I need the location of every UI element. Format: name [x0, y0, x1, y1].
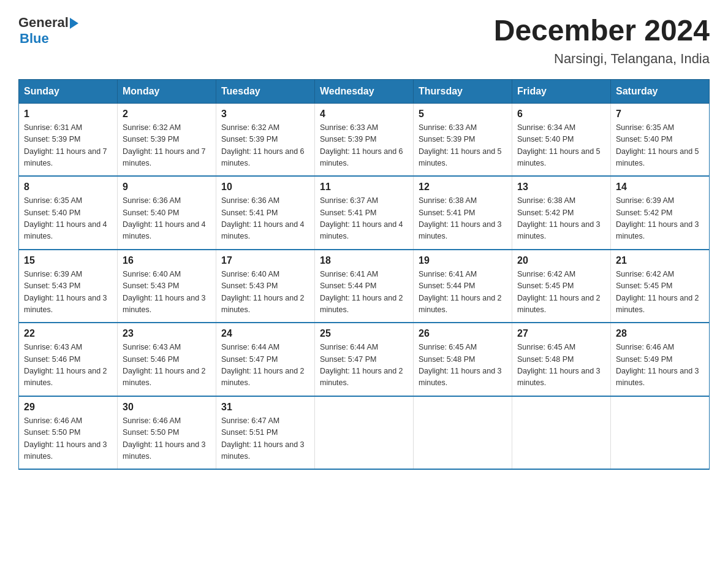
day-header-monday: Monday: [118, 79, 216, 103]
day-number: 3: [221, 109, 309, 120]
calendar-header-row: SundayMondayTuesdayWednesdayThursdayFrid…: [19, 79, 710, 103]
calendar-cell: 3Sunrise: 6:32 AMSunset: 5:39 PMDaylight…: [216, 103, 315, 176]
day-info: Sunrise: 6:31 AMSunset: 5:39 PMDaylight:…: [24, 122, 112, 170]
logo-line-blue: Blue: [20, 31, 49, 47]
day-number: 4: [320, 109, 408, 120]
day-info: Sunrise: 6:45 AMSunset: 5:48 PMDaylight:…: [419, 342, 507, 389]
day-header-sunday: Sunday: [19, 79, 118, 103]
logo-general-text: General: [18, 15, 69, 31]
page-header: General Blue December 2024 Narsingi, Tel…: [18, 15, 710, 67]
calendar-week-row: 29Sunrise: 6:46 AMSunset: 5:50 PMDayligh…: [19, 396, 710, 470]
calendar-cell: 27Sunrise: 6:45 AMSunset: 5:48 PMDayligh…: [512, 323, 611, 396]
day-info: Sunrise: 6:36 AMSunset: 5:41 PMDaylight:…: [221, 195, 309, 243]
day-info: Sunrise: 6:39 AMSunset: 5:42 PMDaylight:…: [616, 195, 704, 243]
day-info: Sunrise: 6:39 AMSunset: 5:43 PMDaylight:…: [24, 269, 112, 316]
calendar-cell: 18Sunrise: 6:41 AMSunset: 5:44 PMDayligh…: [315, 250, 414, 323]
day-number: 16: [123, 255, 211, 266]
day-header-wednesday: Wednesday: [315, 79, 414, 103]
day-number: 11: [320, 182, 408, 193]
calendar-cell: 10Sunrise: 6:36 AMSunset: 5:41 PMDayligh…: [216, 176, 315, 250]
day-info: Sunrise: 6:43 AMSunset: 5:46 PMDaylight:…: [123, 342, 211, 389]
day-number: 26: [419, 328, 507, 339]
day-info: Sunrise: 6:33 AMSunset: 5:39 PMDaylight:…: [320, 122, 408, 170]
calendar-cell: 14Sunrise: 6:39 AMSunset: 5:42 PMDayligh…: [611, 176, 710, 250]
day-info: Sunrise: 6:41 AMSunset: 5:44 PMDaylight:…: [419, 269, 507, 316]
calendar-cell: 22Sunrise: 6:43 AMSunset: 5:46 PMDayligh…: [19, 323, 118, 396]
day-number: 18: [320, 255, 408, 266]
calendar-cell: 23Sunrise: 6:43 AMSunset: 5:46 PMDayligh…: [118, 323, 216, 396]
day-number: 9: [123, 182, 211, 193]
calendar-cell: 26Sunrise: 6:45 AMSunset: 5:48 PMDayligh…: [414, 323, 512, 396]
calendar-cell: 5Sunrise: 6:33 AMSunset: 5:39 PMDaylight…: [414, 103, 512, 176]
calendar-cell: 20Sunrise: 6:42 AMSunset: 5:45 PMDayligh…: [512, 250, 611, 323]
calendar-table: SundayMondayTuesdayWednesdayThursdayFrid…: [18, 79, 710, 470]
day-info: Sunrise: 6:40 AMSunset: 5:43 PMDaylight:…: [221, 269, 309, 316]
day-number: 19: [419, 255, 507, 266]
calendar-cell: 28Sunrise: 6:46 AMSunset: 5:49 PMDayligh…: [611, 323, 710, 396]
day-info: Sunrise: 6:36 AMSunset: 5:40 PMDaylight:…: [123, 195, 211, 243]
logo-line-general: General: [18, 15, 78, 31]
day-info: Sunrise: 6:46 AMSunset: 5:50 PMDaylight:…: [123, 415, 211, 463]
calendar-cell: [611, 396, 710, 470]
day-number: 21: [616, 255, 704, 266]
day-info: Sunrise: 6:35 AMSunset: 5:40 PMDaylight:…: [616, 122, 704, 170]
day-number: 30: [123, 402, 211, 413]
calendar-cell: 25Sunrise: 6:44 AMSunset: 5:47 PMDayligh…: [315, 323, 414, 396]
day-number: 14: [616, 182, 704, 193]
calendar-cell: 29Sunrise: 6:46 AMSunset: 5:50 PMDayligh…: [19, 396, 118, 470]
day-info: Sunrise: 6:46 AMSunset: 5:50 PMDaylight:…: [24, 415, 112, 463]
calendar-week-row: 8Sunrise: 6:35 AMSunset: 5:40 PMDaylight…: [19, 176, 710, 250]
title-block: December 2024 Narsingi, Telangana, India: [494, 15, 710, 67]
day-info: Sunrise: 6:32 AMSunset: 5:39 PMDaylight:…: [221, 122, 309, 170]
calendar-cell: 1Sunrise: 6:31 AMSunset: 5:39 PMDaylight…: [19, 103, 118, 176]
day-number: 27: [517, 328, 605, 339]
calendar-cell: 2Sunrise: 6:32 AMSunset: 5:39 PMDaylight…: [118, 103, 216, 176]
day-number: 20: [517, 255, 605, 266]
calendar-cell: 31Sunrise: 6:47 AMSunset: 5:51 PMDayligh…: [216, 396, 315, 470]
calendar-week-row: 15Sunrise: 6:39 AMSunset: 5:43 PMDayligh…: [19, 250, 710, 323]
day-info: Sunrise: 6:47 AMSunset: 5:51 PMDaylight:…: [221, 415, 309, 463]
day-number: 8: [24, 182, 112, 193]
calendar-cell: 17Sunrise: 6:40 AMSunset: 5:43 PMDayligh…: [216, 250, 315, 323]
logo: General Blue: [18, 15, 78, 47]
day-number: 6: [517, 109, 605, 120]
calendar-cell: 4Sunrise: 6:33 AMSunset: 5:39 PMDaylight…: [315, 103, 414, 176]
calendar-cell: [414, 396, 512, 470]
logo-blue-text: Blue: [20, 31, 49, 46]
day-info: Sunrise: 6:42 AMSunset: 5:45 PMDaylight:…: [616, 269, 704, 316]
day-header-friday: Friday: [512, 79, 611, 103]
calendar-cell: 11Sunrise: 6:37 AMSunset: 5:41 PMDayligh…: [315, 176, 414, 250]
calendar-week-row: 1Sunrise: 6:31 AMSunset: 5:39 PMDaylight…: [19, 103, 710, 176]
calendar-cell: 9Sunrise: 6:36 AMSunset: 5:40 PMDaylight…: [118, 176, 216, 250]
calendar-cell: 7Sunrise: 6:35 AMSunset: 5:40 PMDaylight…: [611, 103, 710, 176]
calendar-cell: 6Sunrise: 6:34 AMSunset: 5:40 PMDaylight…: [512, 103, 611, 176]
day-number: 22: [24, 328, 112, 339]
day-number: 29: [24, 402, 112, 413]
day-number: 23: [123, 328, 211, 339]
day-number: 24: [221, 328, 309, 339]
day-number: 31: [221, 402, 309, 413]
calendar-cell: [315, 396, 414, 470]
day-info: Sunrise: 6:41 AMSunset: 5:44 PMDaylight:…: [320, 269, 408, 316]
day-info: Sunrise: 6:38 AMSunset: 5:41 PMDaylight:…: [419, 195, 507, 243]
day-info: Sunrise: 6:44 AMSunset: 5:47 PMDaylight:…: [221, 342, 309, 389]
day-info: Sunrise: 6:43 AMSunset: 5:46 PMDaylight:…: [24, 342, 112, 389]
day-info: Sunrise: 6:34 AMSunset: 5:40 PMDaylight:…: [517, 122, 605, 170]
day-header-saturday: Saturday: [611, 79, 710, 103]
day-number: 7: [616, 109, 704, 120]
day-info: Sunrise: 6:32 AMSunset: 5:39 PMDaylight:…: [123, 122, 211, 170]
day-number: 12: [419, 182, 507, 193]
day-info: Sunrise: 6:44 AMSunset: 5:47 PMDaylight:…: [320, 342, 408, 389]
logo-triangle-icon: [70, 18, 78, 29]
calendar-cell: 30Sunrise: 6:46 AMSunset: 5:50 PMDayligh…: [118, 396, 216, 470]
calendar-cell: 21Sunrise: 6:42 AMSunset: 5:45 PMDayligh…: [611, 250, 710, 323]
day-number: 10: [221, 182, 309, 193]
day-header-tuesday: Tuesday: [216, 79, 315, 103]
calendar-cell: 16Sunrise: 6:40 AMSunset: 5:43 PMDayligh…: [118, 250, 216, 323]
calendar-cell: 12Sunrise: 6:38 AMSunset: 5:41 PMDayligh…: [414, 176, 512, 250]
day-number: 15: [24, 255, 112, 266]
calendar-cell: [512, 396, 611, 470]
day-number: 2: [123, 109, 211, 120]
day-info: Sunrise: 6:46 AMSunset: 5:49 PMDaylight:…: [616, 342, 704, 389]
calendar-cell: 24Sunrise: 6:44 AMSunset: 5:47 PMDayligh…: [216, 323, 315, 396]
